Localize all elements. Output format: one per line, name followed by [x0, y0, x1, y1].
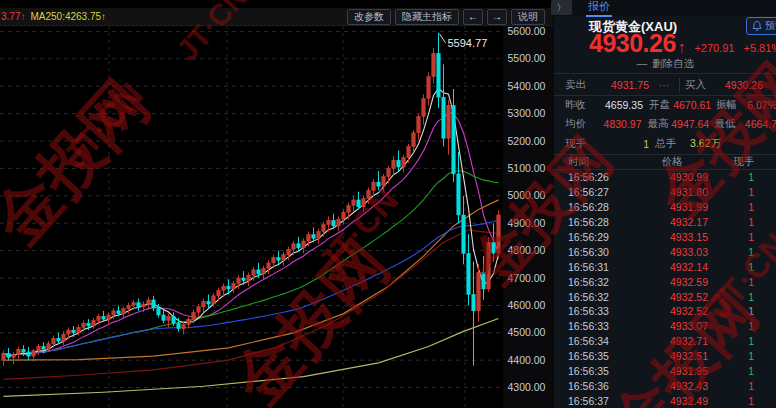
candlestick-chart[interactable]: 5600.005500.005400.005300.005200.005100.…: [0, 24, 553, 408]
buy-price: 4930.26: [719, 79, 763, 91]
spread-dots: ···: [649, 79, 679, 91]
candle-body: [302, 241, 305, 248]
candle-body: [477, 273, 480, 311]
remove-watchlist-label: 删除自选: [652, 57, 694, 69]
candle-body: [317, 231, 320, 238]
candle-body: [257, 270, 260, 274]
candle-body: [482, 273, 485, 289]
candle-body: [177, 323, 180, 328]
stat-row: 现手1总手3.62万: [554, 134, 776, 154]
candle-body: [12, 355, 15, 358]
candle-body: [297, 244, 300, 248]
tick-volume: 1: [724, 231, 754, 243]
candle-body: [457, 174, 460, 215]
stat-value: 4670.61: [673, 99, 711, 111]
candle-body: [487, 242, 490, 289]
candle-body: [242, 278, 245, 281]
peak-price-label: 5594.77: [448, 37, 488, 49]
tick-price: 4932.49: [620, 395, 724, 407]
y-axis-tick-label: 4600.00: [508, 299, 546, 311]
tick-row: 16:56:304933.031: [554, 244, 776, 259]
candle-body: [187, 319, 190, 324]
stat-label: 振幅: [716, 98, 740, 112]
tick-price: 4932.17: [620, 216, 724, 228]
tick-volume: 1: [724, 246, 754, 258]
candle-body: [57, 338, 60, 341]
candle-body: [142, 304, 145, 307]
ma-white: [4, 88, 499, 355]
candle-body: [147, 300, 150, 304]
change-params-button[interactable]: 改参数: [347, 9, 391, 25]
chart-topbar: 3.77↑ MA250:4263.75↑ 改参数 隐藏主指标 ← → 说明: [0, 8, 553, 26]
candle-body: [422, 99, 425, 117]
candle-body: [2, 353, 5, 360]
candle-body: [492, 242, 495, 253]
tick-price: 4932.59: [620, 276, 724, 288]
ticks-table[interactable]: 16:56:264930.99116:56:274931.80116:56:28…: [554, 170, 776, 408]
stat-value: 4664.7: [745, 118, 776, 130]
left-arrow-button[interactable]: ←: [463, 9, 483, 25]
tick-time: 16:56:36: [568, 380, 620, 392]
candle-body: [442, 97, 445, 138]
hide-indicator-button[interactable]: 隐藏主指标: [395, 9, 459, 25]
candle-body: [417, 116, 420, 132]
tick-volume: 1: [724, 320, 754, 332]
remove-watchlist-button[interactable]: —删除自选: [554, 57, 776, 73]
candle-body: [117, 311, 120, 314]
stat-label: 最高: [648, 117, 672, 131]
candle-body: [62, 334, 65, 341]
tick-row: 16:56:314932.141: [554, 259, 776, 274]
candle-body: [472, 294, 475, 310]
tick-time: 16:56:35: [568, 365, 620, 377]
up-arrow-icon: ↑: [678, 38, 686, 55]
tab-quotes[interactable]: 报价: [586, 0, 612, 17]
tick-volume: 1: [724, 171, 754, 183]
candle-body: [272, 257, 275, 262]
tick-time: 16:56:37: [568, 395, 620, 407]
chart-area: 3.77↑ MA250:4263.75↑ 改参数 隐藏主指标 ← → 说明 56…: [0, 0, 553, 408]
candle-body: [282, 255, 285, 260]
help-button[interactable]: 说明: [511, 9, 545, 25]
stat-value: 4947.64: [671, 118, 709, 130]
tick-row: 16:56:294933.151: [554, 230, 776, 245]
tick-time: 16:56:33: [568, 320, 620, 332]
stat-label: 总手: [655, 137, 681, 151]
candle-body: [167, 316, 170, 320]
y-axis-tick-label: 5500.00: [508, 52, 546, 64]
candle-body: [137, 303, 140, 307]
stat-row: 昨收4659.35开盘4670.61振幅6.07%: [554, 95, 776, 115]
candle-body: [322, 225, 325, 232]
tick-price: 4932.51: [620, 350, 724, 362]
candle-body: [87, 323, 90, 326]
collapse-panel-button[interactable]: 〉: [551, 0, 572, 15]
trading-app: 3.77↑ MA250:4263.75↑ 改参数 隐藏主指标 ← → 说明 56…: [0, 0, 776, 408]
tick-row: 16:56:344932.711: [554, 334, 776, 349]
y-axis-tick-label: 5100.00: [508, 162, 546, 174]
y-axis-tick-label: 4400.00: [508, 354, 546, 366]
tick-price: 4932.71: [620, 335, 724, 347]
candle-body: [357, 200, 360, 207]
candle-body: [362, 199, 365, 207]
tick-price: 4931.99: [620, 201, 724, 213]
tick-row: 16:56:374932.491: [554, 393, 776, 408]
y-axis-tick-label: 4700.00: [508, 272, 546, 284]
tick-row: 16:56:324932.521: [554, 289, 776, 304]
tick-price: 4932.14: [620, 261, 724, 273]
candle-body: [287, 249, 290, 254]
tick-time: 16:56:33: [568, 305, 620, 317]
tick-volume: 1: [724, 276, 754, 288]
candle-body: [252, 270, 255, 275]
candle-body: [307, 235, 310, 241]
candle-body: [462, 215, 465, 253]
stat-label: 最低: [714, 117, 738, 131]
candle-body: [437, 53, 440, 97]
right-arrow-button[interactable]: →: [487, 9, 507, 25]
tick-row: 16:56:354932.511: [554, 349, 776, 364]
candle-body: [102, 316, 105, 319]
tick-price: 4933.03: [620, 246, 724, 258]
candle-body: [152, 300, 155, 308]
candle-body: [412, 133, 415, 147]
candle-body: [427, 77, 430, 99]
candle-body: [342, 212, 345, 219]
peak-pointer-line: [440, 34, 446, 43]
